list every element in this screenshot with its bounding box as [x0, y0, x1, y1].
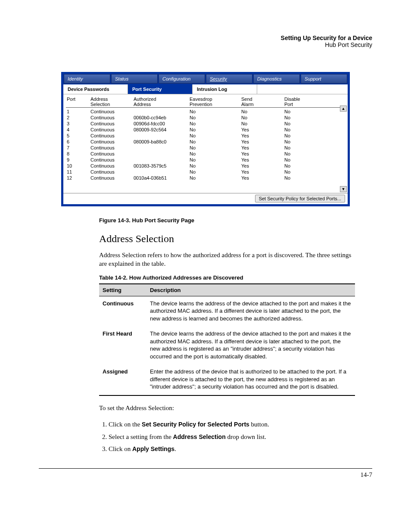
- cell: Continuous: [90, 115, 133, 121]
- cell: 00906d-fdcc00: [133, 121, 189, 127]
- table-row[interactable]: 2Continuous0060b0-cc94ebNoNoNo: [66, 115, 345, 121]
- sub-tab-intrusion-log[interactable]: Intrusion Log: [193, 84, 257, 94]
- top-tab-configuration[interactable]: Configuration: [159, 74, 205, 84]
- cell: Yes: [240, 139, 283, 145]
- cell: 0010a4-036b51: [133, 175, 189, 181]
- cell: [133, 145, 189, 151]
- port-grid: Port Address Selection Authorized Addres…: [63, 94, 348, 193]
- table-row[interactable]: 4Continuous080009-92c564NoYesNo: [66, 127, 345, 133]
- col-disable: Disable Port: [283, 96, 318, 107]
- col-addrsel: Address Selection: [90, 96, 133, 107]
- top-tab-security[interactable]: Security: [206, 74, 252, 84]
- cell: 0060b0-cc94eb: [133, 115, 189, 121]
- header-subtitle: Hub Port Security: [39, 41, 372, 48]
- cell: 1: [66, 109, 90, 115]
- cell: No: [283, 175, 318, 181]
- cell: No: [189, 139, 240, 145]
- cell: No: [189, 145, 240, 151]
- cell: 001083-3579c5: [133, 163, 189, 169]
- table-row[interactable]: 10Continuous001083-3579c5NoYesNo: [66, 163, 345, 169]
- cell: No: [189, 115, 240, 121]
- device-panel: IdentityStatusConfigurationSecurityDiagn…: [61, 72, 350, 206]
- desc-row: First HeardThe device learns the address…: [99, 327, 355, 364]
- cell: No: [283, 127, 318, 133]
- table-row[interactable]: 12Continuous0010a4-036b51NoYesNo: [66, 175, 345, 181]
- table-row[interactable]: 9ContinuousNoYesNo: [66, 157, 345, 163]
- table-row[interactable]: 11ContinuousNoYesNo: [66, 169, 345, 175]
- top-tab-diagnostics[interactable]: Diagnostics: [253, 74, 300, 84]
- cell: No: [283, 151, 318, 157]
- cell: No: [240, 109, 283, 115]
- desc-row: AssignedEnter the address of the device …: [99, 364, 355, 395]
- table-row[interactable]: 1ContinuousNoNoNo: [66, 109, 345, 115]
- cell: No: [283, 169, 318, 175]
- cell: No: [189, 175, 240, 181]
- cell: Continuous: [90, 121, 133, 127]
- cell: [133, 157, 189, 163]
- cell: No: [189, 121, 240, 127]
- cell: Continuous: [90, 109, 133, 115]
- cell: Continuous: [90, 169, 133, 175]
- cell: No: [189, 169, 240, 175]
- page-header: Setting Up Security for a Device Hub Por…: [39, 34, 372, 48]
- cell: Continuous: [90, 133, 133, 139]
- intro-paragraph: Address Selection refers to how the auth…: [99, 251, 355, 268]
- th-setting: Setting: [99, 284, 146, 296]
- cell: [133, 151, 189, 157]
- cell: No: [283, 139, 318, 145]
- table-row[interactable]: 8ContinuousNoYesNo: [66, 151, 345, 157]
- cell: No: [283, 145, 318, 151]
- scroll-down-icon[interactable]: ▼: [340, 186, 347, 192]
- settings-table: Setting Description ContinuousThe device…: [99, 283, 355, 396]
- top-tab-status[interactable]: Status: [111, 74, 158, 84]
- setting-desc: The device learns the address of the dev…: [146, 327, 355, 364]
- cell: Continuous: [90, 175, 133, 181]
- cell: 4: [66, 127, 90, 133]
- cell: Yes: [240, 169, 283, 175]
- col-authaddr: Authorized Address: [133, 96, 189, 107]
- table-row[interactable]: 6Continuous080009-ba88c0NoYesNo: [66, 139, 345, 145]
- cell: 10: [66, 163, 90, 169]
- page-number: 14-7: [39, 468, 372, 479]
- step-bold: Address Selection: [173, 433, 226, 440]
- sub-tab-port-security[interactable]: Port Security: [128, 84, 193, 94]
- cell: No: [283, 115, 318, 121]
- cell: 080009-92c564: [133, 127, 189, 133]
- top-tab-row: IdentityStatusConfigurationSecurityDiagn…: [62, 73, 349, 84]
- cell: No: [240, 115, 283, 121]
- top-tab-identity[interactable]: Identity: [64, 74, 110, 84]
- setting-name: Continuous: [99, 296, 146, 327]
- table-row[interactable]: 5ContinuousNoYesNo: [66, 133, 345, 139]
- cell: No: [240, 121, 283, 127]
- set-security-policy-button[interactable]: Set Security Policy for Selected Ports..…: [255, 195, 345, 202]
- cell: 7: [66, 145, 90, 151]
- cell: [133, 109, 189, 115]
- cell: Yes: [240, 157, 283, 163]
- scroll-up-icon[interactable]: ▲: [340, 106, 347, 112]
- table-row[interactable]: 7ContinuousNoYesNo: [66, 145, 345, 151]
- cell: Yes: [240, 133, 283, 139]
- sub-tab-spacer: [257, 84, 348, 94]
- cell: [133, 169, 189, 175]
- cell: 12: [66, 175, 90, 181]
- cell: 5: [66, 133, 90, 139]
- button-bar: Set Security Policy for Selected Ports..…: [63, 193, 348, 204]
- setting-desc: Enter the address of the device that is …: [146, 364, 355, 395]
- cell: No: [189, 133, 240, 139]
- col-port: Port: [66, 96, 90, 107]
- header-title: Setting Up Security for a Device: [39, 34, 372, 41]
- col-alarm: Send Alarm: [240, 96, 283, 107]
- cell: 3: [66, 121, 90, 127]
- sub-tab-device-passwords[interactable]: Device Passwords: [63, 84, 128, 94]
- setting-desc: The device learns the address of the dev…: [146, 296, 355, 327]
- top-tab-support[interactable]: Support: [301, 74, 347, 84]
- cell: No: [189, 157, 240, 163]
- cell: No: [283, 133, 318, 139]
- setting-name: First Heard: [99, 327, 146, 364]
- cell: No: [283, 109, 318, 115]
- figure-caption: Figure 14-3. Hub Port Security Page: [99, 217, 355, 224]
- table-row[interactable]: 3Continuous00906d-fdcc00NoNoNo: [66, 121, 345, 127]
- cell: 6: [66, 139, 90, 145]
- cell: Yes: [240, 175, 283, 181]
- cell: Yes: [240, 145, 283, 151]
